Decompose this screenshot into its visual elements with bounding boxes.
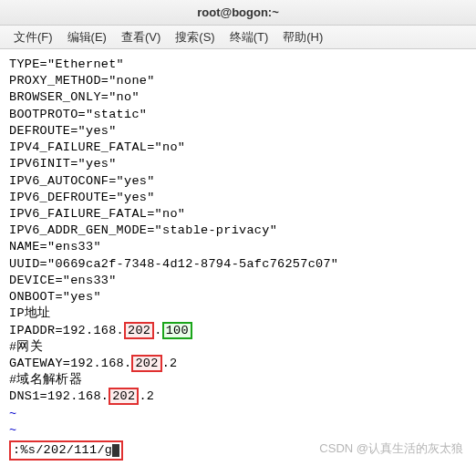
terminal-output[interactable]: TYPE="Ethernet" PROXY_METHOD="none" BROW… (0, 49, 476, 464)
cfg-dns-label: #域名解析器 (9, 372, 467, 388)
menu-view[interactable]: 查看(V) (117, 27, 165, 47)
menu-terminal[interactable]: 终端(T) (225, 27, 274, 47)
cfg-device: DEVICE="ens33" (9, 273, 467, 289)
menubar: 文件(F) 编辑(E) 查看(V) 搜索(S) 终端(T) 帮助(H) (0, 26, 476, 49)
vim-command-line[interactable]: :%s/202/111/g (11, 442, 121, 458)
gateway-suffix: .2 (162, 357, 178, 370)
cfg-ipv6auto: IPV6_AUTOCONF="yes" (9, 173, 467, 190)
watermark: CSDN @认真生活的灰太狼 (319, 440, 463, 457)
gateway-octet3: 202 (131, 355, 161, 372)
menu-edit[interactable]: 编辑(E) (63, 27, 111, 47)
cfg-ipv6ff: IPV6_FAILURE_FATAL="no" (9, 206, 467, 223)
window-titlebar: root@bogon:~ (0, 0, 476, 26)
ipaddr-octet4: 100 (162, 322, 192, 339)
cfg-ipv4ff: IPV4_FAILURE_FATAL="no" (9, 140, 467, 156)
ipaddr-dot: . (154, 324, 161, 337)
vim-command-text: :%s/202/111/g (13, 443, 112, 457)
cfg-onboot: ONBOOT="yes" (9, 289, 467, 305)
ipaddr-prefix: IPADDR=192.168. (9, 324, 124, 337)
cfg-gateway: GATEWAY=192.168.202.2 (9, 356, 467, 372)
menu-file[interactable]: 文件(F) (9, 27, 57, 47)
vim-tilde: ~ (9, 406, 467, 422)
cfg-name: NAME="ens33" (9, 239, 467, 255)
cfg-ipv6def: IPV6_DEFROUTE="yes" (9, 190, 467, 206)
cursor-icon (112, 444, 119, 457)
cfg-ipaddr: IPADDR=192.168.202.100 (9, 323, 467, 339)
cfg-proxy: PROXY_METHOD="none" (9, 73, 467, 89)
window-title: root@bogon:~ (197, 5, 279, 19)
cfg-bootproto: BOOTPROTO="static" (9, 107, 467, 123)
cfg-type: TYPE="Ethernet" (9, 57, 467, 73)
cfg-dns: DNS1=192.168.202.2 (9, 388, 467, 405)
dns-octet3: 202 (109, 388, 139, 405)
dns-suffix: .2 (139, 389, 154, 403)
dns-prefix: DNS1=192.168. (9, 389, 109, 403)
menu-help[interactable]: 帮助(H) (278, 27, 327, 47)
cfg-uuid: UUID="0669ca2f-7348-4d12-8794-5afc76257c… (9, 256, 467, 273)
cfg-ipaddr-label: IP地址 (9, 305, 467, 322)
vim-tilde: ~ (9, 422, 467, 439)
vim-command-highlight: :%s/202/111/g (9, 440, 123, 461)
cfg-gateway-label: #网关 (9, 339, 467, 356)
ipaddr-octet3: 202 (124, 322, 154, 339)
gateway-prefix: GATEWAY=192.168. (9, 357, 131, 370)
cfg-defroute: DEFROUTE="yes" (9, 123, 467, 140)
cfg-browser: BROWSER_ONLY="no" (9, 89, 467, 106)
cfg-ipv6init: IPV6INIT="yes" (9, 156, 467, 172)
cfg-ipv6addr: IPV6_ADDR_GEN_MODE="stable-privacy" (9, 223, 467, 239)
menu-search[interactable]: 搜索(S) (171, 27, 219, 47)
